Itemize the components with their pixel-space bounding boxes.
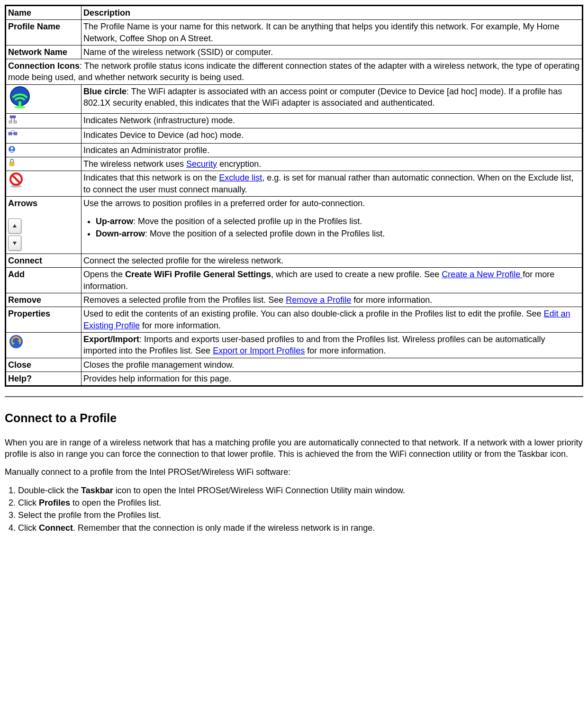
- admin-icon-cell: [6, 143, 81, 157]
- table-row: Help? Provides help information for this…: [6, 372, 583, 386]
- properties-label: Properties: [6, 307, 81, 333]
- security-post: encryption.: [217, 159, 261, 169]
- properties-post: for more information.: [140, 321, 221, 330]
- add-desc: Opens the Create WiFi Profile General Se…: [81, 268, 583, 293]
- table-row: Remove Removes a selected profile from t…: [6, 293, 583, 307]
- step4-post: . Remember that the connection is only m…: [73, 523, 375, 533]
- infrastructure-icon-cell: [6, 114, 81, 128]
- table-row: Add Opens the Create WiFi Profile Genera…: [6, 268, 583, 293]
- remove-label: Remove: [6, 293, 81, 307]
- blue-circle-desc: Blue circle: The WiFi adapter is associa…: [81, 84, 583, 113]
- export-import-profiles-link[interactable]: Export or Import Profiles: [213, 346, 305, 355]
- infrastructure-desc: Indicates Network (infrastructure) mode.: [81, 114, 583, 128]
- create-new-profile-link[interactable]: Create a New Profile: [442, 270, 523, 279]
- adhoc-desc: Indicates Device to Device (ad hoc) mode…: [81, 128, 583, 143]
- security-link[interactable]: Security: [186, 159, 217, 169]
- connect-label: Connect: [6, 254, 81, 268]
- table-row: Connect Connect the selected profile for…: [6, 254, 583, 268]
- add-bold: Create WiFi Profile General Settings: [125, 270, 271, 279]
- blue-circle-lead: Blue circle: [83, 87, 127, 96]
- add-mid: , which are used to create a new profile…: [271, 270, 442, 279]
- list-item: Click Profiles to open the Profiles list…: [18, 497, 583, 508]
- adhoc-icon-cell: [6, 128, 81, 143]
- security-pre: The wireless network uses: [83, 159, 186, 169]
- up-arrow-button[interactable]: [8, 218, 21, 234]
- svg-rect-12: [9, 162, 14, 166]
- step1-post: icon to open the Intel PROSet/Wireless W…: [113, 486, 405, 495]
- table-row: The wireless network uses Security encry…: [6, 157, 583, 171]
- list-item: Down-arrow: Move the position of a selec…: [96, 228, 580, 239]
- connection-icons-rest: : The network profile status icons indic…: [8, 61, 579, 82]
- svg-rect-8: [9, 132, 12, 135]
- security-desc: The wireless network uses Security encry…: [81, 157, 583, 171]
- connection-icons-lead: Connection Icons: [8, 61, 80, 71]
- remove-pre: Removes a selected profile from the Prof…: [83, 295, 286, 305]
- arrows-intro: Use the arrows to position profiles in a…: [83, 198, 580, 209]
- exclude-link[interactable]: Exclude list: [219, 173, 262, 182]
- blue-circle-icon-cell: [6, 84, 81, 113]
- svg-line-15: [12, 175, 20, 183]
- exclude-desc: Indicates that this network is on the Ex…: [81, 171, 583, 197]
- svg-rect-7: [14, 121, 17, 123]
- network-name-desc: Name of the wireless network (SSID) or c…: [81, 45, 583, 59]
- help-desc: Provides help information for this page.: [81, 372, 583, 386]
- remove-post: for more information.: [351, 295, 432, 305]
- table-row: Properties Used to edit the contents of …: [6, 307, 583, 333]
- table-row: Indicates that this network is on the Ex…: [6, 171, 583, 197]
- step2-pre: Click: [18, 498, 39, 508]
- table-row: Indicates Network (infrastructure) mode.: [6, 114, 583, 128]
- svg-rect-9: [14, 132, 17, 135]
- table-row: Indicates an Administrator profile.: [6, 143, 583, 157]
- exclude-pre: Indicates that this network is on the: [83, 173, 219, 182]
- table-row: Connection Icons: The network profile st…: [6, 59, 583, 85]
- connect-steps-list: Double-click the Taskbar icon to open th…: [18, 485, 583, 534]
- down-arrow-rest: : Move the position of a selected profil…: [145, 229, 385, 238]
- table-row: Indicates Device to Device (ad hoc) mode…: [6, 128, 583, 143]
- down-arrow-lead: Down-arrow: [96, 229, 145, 238]
- table-row: Close Closes the profile management wind…: [6, 358, 583, 372]
- table-row: Name Description: [6, 6, 583, 20]
- properties-desc: Used to edit the contents of an existing…: [81, 307, 583, 333]
- up-arrow-lead: Up-arrow: [96, 217, 133, 226]
- remove-profile-link[interactable]: Remove a Profile: [286, 295, 351, 305]
- connect-desc: Connect the selected profile for the wir…: [81, 254, 583, 268]
- exclude-icon: [8, 172, 24, 188]
- table-row: Profile Name The Profile Name is your na…: [6, 20, 583, 45]
- export-post: for more information.: [305, 346, 386, 355]
- infrastructure-icon: [8, 115, 18, 124]
- admin-desc: Indicates an Administrator profile.: [81, 143, 583, 157]
- add-label: Add: [6, 268, 81, 293]
- export-import-icon-cell: [6, 332, 81, 358]
- add-pre: Opens the: [83, 270, 125, 279]
- export-import-icon: [8, 334, 24, 350]
- profile-name-desc: The Profile Name is your name for this n…: [81, 20, 583, 45]
- connection-icons-header: Connection Icons: The network profile st…: [6, 59, 583, 85]
- blue-circle-rest: : The WiFi adapter is associated with an…: [83, 87, 562, 108]
- svg-rect-1: [18, 101, 21, 106]
- step2-post: to open the Profiles list.: [70, 498, 161, 508]
- arrows-label: Arrows: [8, 198, 79, 209]
- table-row: Network Name Name of the wireless networ…: [6, 45, 583, 59]
- svg-rect-3: [10, 116, 16, 118]
- close-label: Close: [6, 358, 81, 372]
- header-name: Name: [6, 6, 81, 20]
- security-icon-cell: [6, 157, 81, 171]
- svg-rect-6: [9, 121, 12, 123]
- arrows-cell: Arrows: [6, 196, 81, 254]
- header-description: Description: [81, 6, 583, 20]
- export-lead: Export/Import: [83, 335, 139, 344]
- close-desc: Closes the profile management window.: [81, 358, 583, 372]
- adhoc-icon: [8, 129, 18, 139]
- remove-desc: Removes a selected profile from the Prof…: [81, 293, 583, 307]
- wifi-connected-icon: [8, 86, 32, 109]
- table-row: Blue circle: The WiFi adapter is associa…: [6, 84, 583, 113]
- up-arrow-rest: : Move the position of a selected profil…: [133, 217, 362, 226]
- list-item: Select the profile from the Profiles lis…: [18, 509, 583, 521]
- step1-pre: Double-click the: [18, 486, 81, 495]
- properties-pre: Used to edit the contents of an existing…: [83, 309, 544, 318]
- connect-para2: Manually connect to a profile from the I…: [5, 466, 583, 478]
- profiles-reference-table: Name Description Profile Name The Profil…: [5, 5, 583, 387]
- down-arrow-button[interactable]: [8, 236, 21, 251]
- connect-para1: When you are in range of a wireless netw…: [5, 437, 583, 460]
- table-row: Export/Import: Imports and exports user-…: [6, 332, 583, 358]
